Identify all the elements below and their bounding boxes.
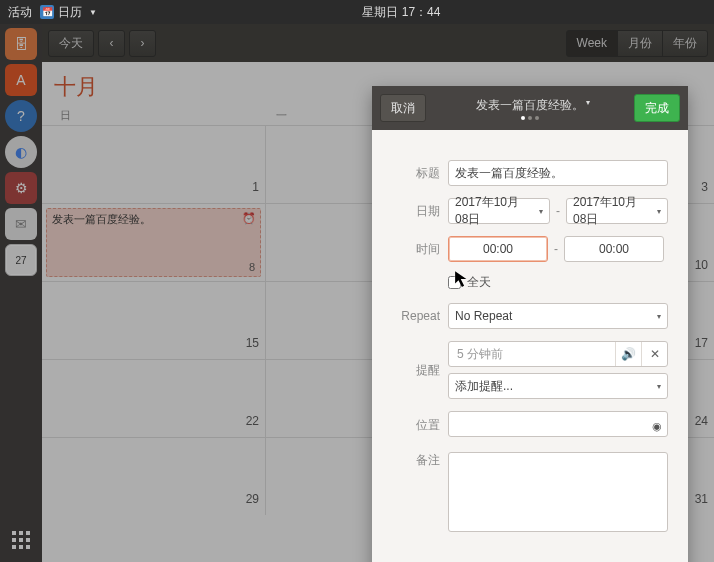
allday-label: 全天 [467, 274, 491, 291]
repeat-select[interactable]: No Repeat▾ [448, 303, 668, 329]
range-separator: - [554, 242, 558, 256]
date-start-button[interactable]: 2017年10月08日▾ [448, 198, 550, 224]
launcher: 🗄 A ? ◐ ⚙ ✉ 27 [0, 24, 42, 562]
calendar-dock-icon[interactable]: 27 [5, 244, 37, 276]
add-reminder-select[interactable]: 添加提醒...▾ [448, 373, 668, 399]
toolbar: 今天 ‹ › Week 月份 年份 [42, 24, 714, 62]
event-editor-popup: 取消 发表一篇百度经验。 ▾ 完成 标题 发表一篇百度经验。 日期 2017年1… [372, 86, 688, 562]
allday-checkbox-row[interactable]: 全天 [448, 274, 668, 291]
range-separator: - [556, 204, 560, 218]
location-input[interactable] [448, 411, 668, 437]
event-title: 发表一篇百度经验。 [47, 209, 260, 230]
top-bar: 活动 📅 日历 ▼ 星期日 17：44 [0, 0, 714, 24]
label-date: 日期 [392, 203, 440, 220]
show-apps-button[interactable] [7, 526, 35, 554]
day-cell[interactable]: 22 [42, 359, 266, 437]
sound-icon[interactable]: 🔊 [615, 342, 641, 366]
software-icon[interactable]: A [5, 64, 37, 96]
view-month[interactable]: 月份 [617, 30, 663, 57]
time-start-input[interactable]: 00:00 [448, 236, 548, 262]
dow-sun: 日 [54, 108, 270, 123]
help-icon[interactable]: ? [5, 100, 37, 132]
title-input[interactable]: 发表一篇百度经验。 [448, 160, 668, 186]
popup-title: 发表一篇百度经验。 [476, 97, 584, 114]
chevron-down-icon: ▾ [586, 98, 590, 107]
view-switcher: Week 月份 年份 [566, 30, 708, 57]
notes-textarea[interactable] [448, 452, 668, 532]
chromium-icon[interactable]: ◐ [5, 136, 37, 168]
day-cell[interactable]: 15 [42, 281, 266, 359]
label-repeat: Repeat [392, 309, 440, 323]
clock[interactable]: 星期日 17：44 [97, 4, 706, 21]
view-week[interactable]: Week [566, 30, 618, 57]
reminder-text: 5 分钟前 [449, 346, 615, 363]
alarm-icon: ⏰ [242, 212, 256, 225]
label-title: 标题 [392, 165, 440, 182]
mail-icon[interactable]: ✉ [5, 208, 37, 240]
label-location: 位置 [392, 417, 440, 434]
done-button[interactable]: 完成 [634, 94, 680, 122]
app-menu[interactable]: 📅 日历 ▼ [40, 4, 97, 21]
next-button[interactable]: › [129, 30, 156, 57]
remove-reminder-button[interactable]: ✕ [641, 342, 667, 366]
allday-checkbox[interactable] [448, 276, 461, 289]
cancel-button[interactable]: 取消 [380, 94, 426, 122]
page-indicator [521, 116, 539, 120]
label-notes: 备注 [392, 452, 440, 469]
day-cell[interactable]: 29 [42, 437, 266, 515]
day-cell[interactable]: 1 [42, 125, 266, 203]
label-time: 时间 [392, 241, 440, 258]
calendar-event[interactable]: 发表一篇百度经验。 ⏰ 8 [46, 208, 261, 277]
popup-header: 取消 发表一篇百度经验。 ▾ 完成 [372, 86, 688, 130]
activities-button[interactable]: 活动 [8, 4, 32, 21]
settings-icon[interactable]: ⚙ [5, 172, 37, 204]
location-pin-icon[interactable]: ◉ [652, 419, 662, 432]
day-cell[interactable]: 发表一篇百度经验。 ⏰ 8 [42, 203, 266, 281]
prev-button[interactable]: ‹ [98, 30, 125, 57]
today-button[interactable]: 今天 [48, 30, 94, 57]
calendar-app-icon: 📅 [40, 5, 54, 19]
label-reminder: 提醒 [392, 362, 440, 379]
date-end-button[interactable]: 2017年10月08日▾ [566, 198, 668, 224]
app-menu-label: 日历 [58, 4, 82, 21]
reminder-row: 5 分钟前 🔊 ✕ [448, 341, 668, 367]
event-day-number: 8 [249, 261, 255, 273]
view-year[interactable]: 年份 [662, 30, 708, 57]
files-icon[interactable]: 🗄 [5, 28, 37, 60]
chevron-down-icon: ▼ [89, 8, 97, 17]
time-end-input[interactable]: 00:00 [564, 236, 664, 262]
